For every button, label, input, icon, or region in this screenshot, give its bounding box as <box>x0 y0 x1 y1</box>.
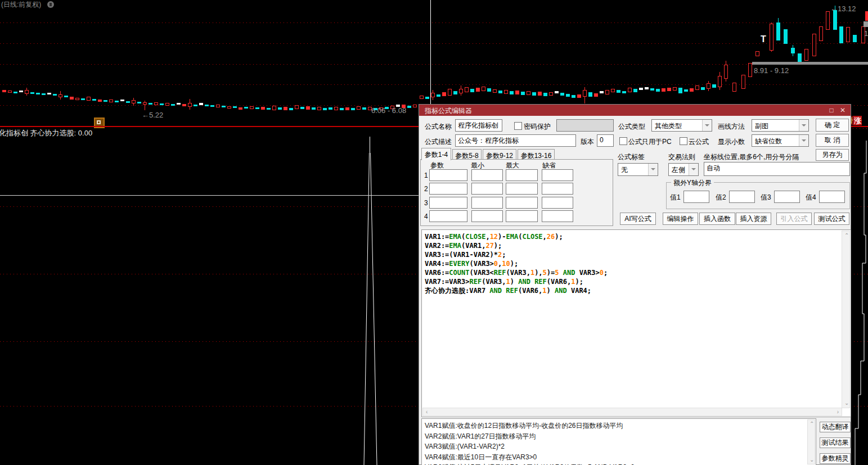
maximize-button[interactable]: □ <box>827 106 836 115</box>
code-vscrollbar[interactable]: ⌃ ⌄ <box>842 231 850 408</box>
extra-y-input-v4[interactable] <box>819 191 845 203</box>
ok-button[interactable]: 确 定 <box>816 119 849 132</box>
param-input-r1c2[interactable] <box>471 169 503 181</box>
pc-only-checkbox[interactable] <box>619 137 627 145</box>
formula-tag-select[interactable]: 无 <box>618 163 658 176</box>
cloud-formula-checkbox[interactable] <box>680 137 687 145</box>
tab-参数9-12[interactable]: 参数9-12 <box>483 149 516 160</box>
candle <box>182 104 186 106</box>
candle <box>334 107 338 110</box>
formula-desc-input[interactable]: 公众号：程序化指标 <box>455 134 576 147</box>
password-label: 密码保护 <box>524 122 551 132</box>
formula-type-value: 其他类型 <box>655 121 682 131</box>
chevron-down-icon[interactable] <box>799 120 808 131</box>
dynamic-translate-button[interactable]: 动态翻译 <box>820 422 851 432</box>
param-input-r3c3[interactable] <box>506 197 538 209</box>
scroll-up-icon[interactable]: ⌃ <box>844 233 849 238</box>
translation-line: VAR1赋值:收盘价的12日指数移动平均-收盘价的26日指数移动平均 <box>425 421 635 431</box>
code-line: 齐心协力选股:VAR7 AND REF(VAR6,1) AND VAR4; <box>425 286 608 295</box>
t-marker: T <box>761 34 766 44</box>
candle <box>656 89 660 92</box>
param-row-number: 2 <box>424 185 428 193</box>
candle <box>59 94 62 97</box>
chevron-down-icon[interactable] <box>648 164 658 175</box>
candle <box>839 26 843 43</box>
dialog-titlebar[interactable]: 指标公式编辑器 □ ✕ <box>419 105 851 116</box>
param-input-r4c4[interactable] <box>542 210 573 222</box>
param-row-number: 1 <box>424 171 428 179</box>
candle <box>250 106 254 109</box>
param-input-r3c4[interactable] <box>542 197 573 209</box>
extra-y-input-v2[interactable] <box>729 191 755 203</box>
candle <box>532 92 536 96</box>
ai-write-button[interactable]: AI写公式 <box>620 213 656 225</box>
code-hscrollbar[interactable]: ‹ › <box>422 408 842 416</box>
limit-up-tag-char2: 涨 <box>853 116 862 125</box>
candle <box>104 100 107 102</box>
param-input-r4c3[interactable] <box>506 210 538 222</box>
candle <box>572 95 575 98</box>
chevron-down-icon[interactable] <box>689 164 698 175</box>
tab-参数1-4[interactable]: 参数1-4 <box>421 148 451 160</box>
extra-y-input-v3[interactable] <box>774 191 800 203</box>
chevron-down-icon[interactable] <box>799 135 808 146</box>
tab-参数13-16[interactable]: 参数13-16 <box>518 149 555 160</box>
candle <box>684 89 688 92</box>
password-checkbox[interactable] <box>514 122 522 130</box>
candle <box>267 108 271 110</box>
param-input-r1c1[interactable] <box>429 169 467 181</box>
param-input-r2c3[interactable] <box>506 183 538 195</box>
scroll-right-icon[interactable]: › <box>837 409 839 415</box>
scroll-left-icon[interactable]: ‹ <box>426 409 428 415</box>
close-button[interactable]: ✕ <box>838 106 847 115</box>
param-input-r4c2[interactable] <box>471 210 503 222</box>
candle <box>543 93 547 96</box>
version-input[interactable]: 0 <box>597 134 614 147</box>
param-input-r4c1[interactable] <box>429 210 467 222</box>
tab-参数5-8[interactable]: 参数5-8 <box>452 149 482 160</box>
param-input-r3c2[interactable] <box>471 197 503 209</box>
coord-lines-input[interactable]: 自动 <box>704 162 850 176</box>
translation-lines: VAR1赋值:收盘价的12日指数移动平均-收盘价的26日指数移动平均VAR2赋值… <box>425 421 635 465</box>
translation-box[interactable]: VAR1赋值:收盘价的12日指数移动平均-收盘价的26日指数移动平均VAR2赋值… <box>421 418 816 465</box>
indicator-label: 程序化指标创 齐心协力选股: 0.00 <box>0 128 92 138</box>
candle <box>81 98 85 100</box>
insert-function-button[interactable]: 插入函数 <box>699 213 735 225</box>
candle <box>718 76 722 87</box>
candle <box>284 107 287 110</box>
test-result-button[interactable]: 测试结果 <box>820 437 851 448</box>
candle <box>690 88 694 92</box>
scroll-down-icon[interactable]: ⌄ <box>844 400 849 406</box>
dialog-title: 指标公式编辑器 <box>425 106 472 116</box>
extra-y-input-v1[interactable] <box>683 191 709 203</box>
save-as-button[interactable]: 另存为 <box>816 149 849 161</box>
param-input-r2c2[interactable] <box>471 183 503 195</box>
param-input-r1c4[interactable] <box>542 169 573 181</box>
param-input-r1c3[interactable] <box>506 169 538 181</box>
param-input-r2c4[interactable] <box>542 183 573 195</box>
formula-editor-dialog: 指标公式编辑器 □ ✕ 公式名称 程序化指标创 密码保护 公式类型 其他类型 画… <box>419 104 851 465</box>
translation-scrollbar[interactable]: ⌃ ⌄ <box>807 419 815 464</box>
test-formula-button[interactable]: 测试公式 <box>814 213 849 225</box>
candle <box>538 92 542 96</box>
lock-icon <box>47 1 54 8</box>
candle <box>8 91 12 93</box>
decimals-select[interactable]: 缺省位数 <box>752 134 809 147</box>
code-editor[interactable]: VAR1:=EMA(CLOSE,12)-EMA(CLOSE,26);VAR2:=… <box>421 229 851 417</box>
trade-rule-select[interactable]: 左侧 <box>668 163 699 176</box>
draw-method-select[interactable]: 副图 <box>752 119 809 132</box>
code-lines: VAR1:=EMA(CLOSE,12)-EMA(CLOSE,26);VAR2:=… <box>425 232 608 295</box>
candle <box>126 101 130 103</box>
param-input-r3c1[interactable] <box>429 197 467 209</box>
chevron-down-icon[interactable] <box>702 120 712 131</box>
param-input-r2c1[interactable] <box>429 183 467 195</box>
cancel-button[interactable]: 取 消 <box>816 134 849 147</box>
scroll-up-icon[interactable]: ⌃ <box>809 421 814 427</box>
candle <box>605 90 609 94</box>
param-wizard-button[interactable]: 参数精灵 <box>820 453 851 464</box>
insert-resource-button[interactable]: 插入资源 <box>736 213 771 225</box>
edit-ops-button[interactable]: 编辑操作 <box>663 213 698 225</box>
formula-type-select[interactable]: 其他类型 <box>651 119 712 132</box>
formula-name-input[interactable]: 程序化指标创 <box>455 119 502 132</box>
scroll-down-icon[interactable]: ⌄ <box>809 457 814 463</box>
